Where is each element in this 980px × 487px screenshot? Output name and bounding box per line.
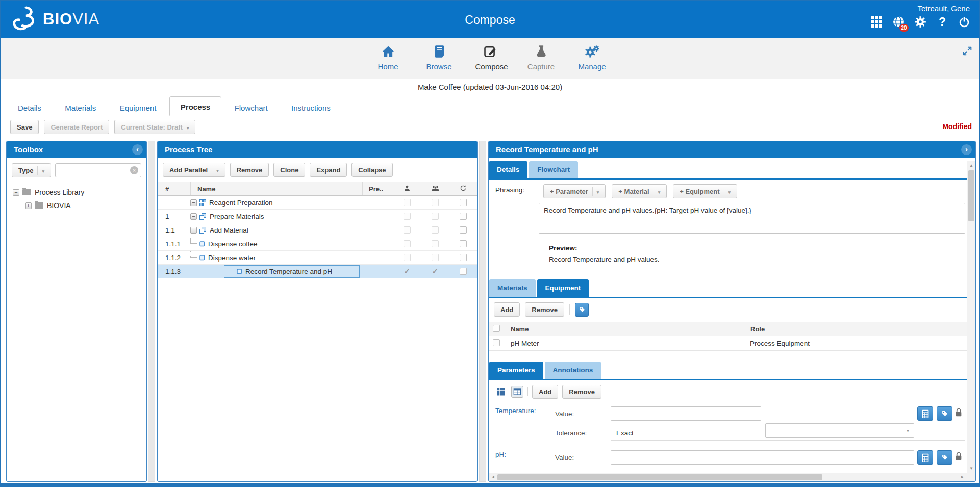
- tab-equipment[interactable]: Equipment: [109, 99, 167, 116]
- toolbox-search-input[interactable]: [55, 163, 141, 177]
- generate-report-button[interactable]: Generate Report: [44, 120, 109, 134]
- tab-assoc-equipment[interactable]: Equipment: [537, 279, 589, 297]
- nav-item-capture[interactable]: Capture: [526, 44, 556, 71]
- refresh-checkbox[interactable]: [460, 226, 467, 234]
- tab-materials[interactable]: Materials: [54, 99, 107, 116]
- equipment-remove-button[interactable]: Remove: [525, 302, 564, 317]
- scroll-down-icon[interactable]: [967, 464, 975, 473]
- equipment-add-button[interactable]: Add: [494, 302, 520, 317]
- add-parameter-dropdown[interactable]: + Parameter: [543, 184, 606, 198]
- horizontal-scrollbar[interactable]: [489, 473, 967, 481]
- parameter-remove-button[interactable]: Remove: [562, 385, 601, 399]
- refresh-checkbox[interactable]: [460, 213, 467, 220]
- group-checkbox[interactable]: [432, 240, 439, 247]
- select-all-checkbox[interactable]: [493, 325, 500, 332]
- vertical-scrollbar[interactable]: [967, 161, 975, 473]
- collapse-expander-icon[interactable]: [190, 227, 197, 234]
- panel-splitter[interactable]: [479, 141, 486, 482]
- selected-node-box[interactable]: Record Temperature and pH: [224, 265, 360, 278]
- table-row[interactable]: Reagent Preparation: [158, 196, 477, 210]
- add-parallel-button[interactable]: Add Parallel: [163, 163, 225, 177]
- refresh-checkbox[interactable]: [460, 268, 467, 275]
- tab-process[interactable]: Process: [169, 96, 221, 116]
- person-checkbox[interactable]: [404, 226, 411, 234]
- group-checked-icon[interactable]: [432, 267, 438, 275]
- form-view-icon[interactable]: [511, 386, 523, 398]
- add-equipment-dropdown[interactable]: + Equipment: [673, 184, 737, 198]
- tab-flowchart[interactable]: Flowchart: [224, 99, 279, 116]
- phrasing-textarea[interactable]: Record Temperature and pH values.{pH: Ta…: [539, 203, 965, 234]
- tab-detail-flowchart[interactable]: Flowchart: [529, 161, 578, 178]
- nav-item-browse[interactable]: Browse: [424, 44, 454, 71]
- table-row[interactable]: 1.1 Add Material: [158, 223, 477, 237]
- tag-button[interactable]: [937, 406, 952, 421]
- grid-view-icon[interactable]: [495, 386, 507, 398]
- scrollbar-thumb[interactable]: [968, 170, 974, 221]
- power-icon[interactable]: [958, 15, 971, 29]
- calculator-button[interactable]: [917, 406, 933, 421]
- scroll-left-icon[interactable]: [489, 473, 497, 481]
- tab-parameters[interactable]: Parameters: [489, 362, 543, 379]
- save-button[interactable]: Save: [10, 120, 39, 134]
- column-role[interactable]: Role: [741, 322, 967, 336]
- person-checkbox[interactable]: [404, 240, 411, 247]
- temperature-value-input[interactable]: [611, 406, 761, 421]
- column-num[interactable]: #: [158, 182, 190, 195]
- column-name[interactable]: Name: [190, 182, 362, 195]
- nav-item-manage[interactable]: Manage: [577, 44, 607, 71]
- tab-annotations[interactable]: Annotations: [545, 362, 601, 379]
- collapse-panel-icon[interactable]: [132, 144, 143, 155]
- type-filter-dropdown[interactable]: Type: [12, 163, 51, 177]
- phrase-tag-button[interactable]: [575, 303, 589, 317]
- tab-detail-details[interactable]: Details: [489, 161, 527, 178]
- person-checkbox[interactable]: [404, 213, 411, 220]
- parameter-add-button[interactable]: Add: [532, 385, 558, 399]
- user-name[interactable]: Tetreault, Gene: [917, 4, 970, 13]
- person-checkbox[interactable]: [404, 199, 411, 206]
- tolerance-value[interactable]: Exact: [616, 429, 634, 437]
- column-name[interactable]: Name: [507, 325, 741, 333]
- help-icon[interactable]: [936, 15, 949, 29]
- scrollbar-thumb[interactable]: [497, 474, 822, 480]
- temperature-unit-dropdown[interactable]: [765, 423, 914, 438]
- clear-search-icon[interactable]: [130, 166, 138, 174]
- table-row-selected[interactable]: 1.1.3 Record Temperature and pH: [158, 265, 477, 278]
- current-state-dropdown[interactable]: Current State: Draft: [114, 120, 195, 134]
- globe-notifications-icon[interactable]: 20: [892, 15, 905, 29]
- equipment-row[interactable]: pH Meter Process Equipment: [489, 336, 967, 351]
- tab-details[interactable]: Details: [7, 99, 52, 116]
- calculator-button[interactable]: [917, 450, 933, 465]
- column-refresh[interactable]: [449, 182, 477, 195]
- collapse-expander-icon[interactable]: [13, 189, 19, 196]
- column-precedent[interactable]: Pre..: [362, 182, 393, 195]
- expand-panel-icon[interactable]: [961, 144, 972, 155]
- fullscreen-expand-icon[interactable]: [962, 45, 973, 57]
- table-row[interactable]: 1.1.2 Dispense water: [158, 251, 477, 265]
- column-person[interactable]: [393, 182, 421, 195]
- clone-button[interactable]: Clone: [273, 163, 305, 177]
- collapse-expander-icon[interactable]: [190, 199, 197, 206]
- tag-button[interactable]: [937, 450, 952, 465]
- collapse-expander-icon[interactable]: [190, 213, 197, 220]
- table-row[interactable]: 1 Prepare Materials: [158, 210, 477, 223]
- row-checkbox[interactable]: [493, 339, 500, 346]
- collapse-button[interactable]: Collapse: [351, 163, 392, 177]
- group-checkbox[interactable]: [432, 254, 439, 261]
- nav-item-compose[interactable]: Compose: [475, 44, 505, 71]
- refresh-checkbox[interactable]: [460, 199, 467, 206]
- expand-expander-icon[interactable]: [25, 202, 32, 209]
- column-group[interactable]: [421, 182, 449, 195]
- scroll-up-icon[interactable]: [967, 161, 975, 170]
- tab-instructions[interactable]: Instructions: [281, 99, 341, 116]
- tree-item-biovia[interactable]: BIOVIA: [13, 199, 140, 212]
- panel-splitter[interactable]: [148, 141, 155, 482]
- refresh-checkbox[interactable]: [460, 240, 467, 247]
- nav-item-home[interactable]: Home: [373, 44, 403, 71]
- ph-value-input[interactable]: [611, 450, 914, 465]
- remove-button[interactable]: Remove: [230, 163, 269, 177]
- group-checkbox[interactable]: [432, 213, 439, 220]
- expand-button[interactable]: Expand: [310, 163, 347, 177]
- tree-item-process-library[interactable]: Process Library: [13, 186, 140, 199]
- scroll-right-icon[interactable]: [958, 473, 967, 481]
- tab-assoc-materials[interactable]: Materials: [489, 279, 536, 297]
